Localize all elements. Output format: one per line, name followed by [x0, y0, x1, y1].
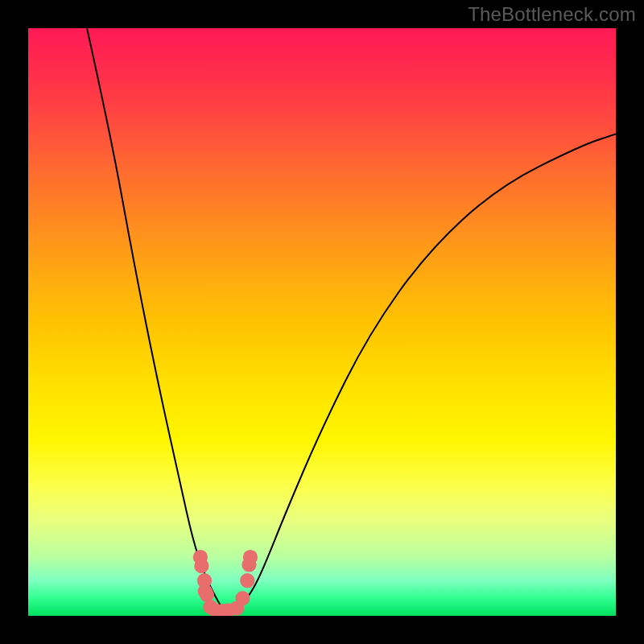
valley-marker-dot [200, 588, 214, 602]
valley-marker-dot [235, 591, 250, 605]
plot-area [28, 28, 616, 616]
bottleneck-curve-right [228, 134, 616, 611]
chart-frame: TheBottleneck.com [0, 0, 644, 644]
bottleneck-curve-left [87, 28, 228, 611]
valley-markers [193, 550, 258, 616]
valley-marker-dot [243, 550, 258, 564]
valley-marker-dot [240, 573, 254, 588]
valley-marker-dot [194, 559, 208, 573]
watermark-text: TheBottleneck.com [468, 3, 636, 26]
curve-layer [28, 28, 616, 616]
